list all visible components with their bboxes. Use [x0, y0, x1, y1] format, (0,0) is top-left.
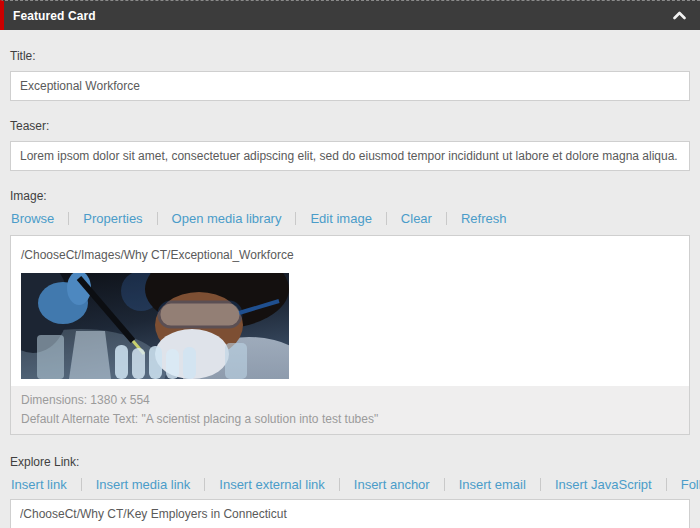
lab-scientist-photo	[21, 273, 289, 379]
insert-external-link-link[interactable]: Insert external link	[204, 478, 339, 491]
explore-link-label: Explore Link:	[10, 435, 690, 469]
image-path: /ChooseCt/Images/Why CT/Exceptional_Work…	[11, 236, 689, 273]
edit-image-link[interactable]: Edit image	[295, 212, 385, 225]
insert-anchor-link[interactable]: Insert anchor	[339, 478, 444, 491]
image-label: Image:	[10, 171, 690, 203]
insert-media-link-link[interactable]: Insert media link	[81, 478, 205, 491]
chevron-up-icon	[673, 11, 686, 20]
featured-card-header: Featured Card	[0, 0, 700, 30]
follow-link[interactable]: Follow	[666, 478, 700, 491]
insert-email-link[interactable]: Insert email	[444, 478, 540, 491]
open-media-library-link[interactable]: Open media library	[157, 212, 296, 225]
collapse-button[interactable]	[673, 11, 686, 20]
image-meta: Dimensions: 1380 x 554 Default Alternate…	[11, 386, 689, 434]
panel-body: Title: Teaser: Image: Browse Properties …	[0, 30, 700, 528]
image-dimensions: Dimensions: 1380 x 554	[21, 391, 679, 410]
insert-javascript-link[interactable]: Insert JavaScript	[540, 478, 666, 491]
explore-link-toolbar: Insert link Insert media link Insert ext…	[10, 478, 690, 491]
title-label: Title:	[10, 30, 690, 63]
teaser-input[interactable]	[10, 141, 690, 171]
title-input[interactable]	[10, 71, 690, 101]
properties-link[interactable]: Properties	[68, 212, 156, 225]
insert-link-link[interactable]: Insert link	[10, 478, 81, 491]
refresh-link[interactable]: Refresh	[446, 212, 521, 225]
image-preview-box: /ChooseCt/Images/Why CT/Exceptional_Work…	[10, 235, 690, 435]
image-alt-text: Default Alternate Text: "A scientist pla…	[21, 410, 679, 429]
explore-link-input[interactable]	[10, 499, 690, 528]
panel-title: Featured Card	[13, 9, 96, 23]
image-toolbar: Browse Properties Open media library Edi…	[10, 212, 690, 225]
browse-link[interactable]: Browse	[10, 212, 68, 225]
teaser-label: Teaser:	[10, 101, 690, 133]
clear-image-link[interactable]: Clear	[386, 212, 446, 225]
